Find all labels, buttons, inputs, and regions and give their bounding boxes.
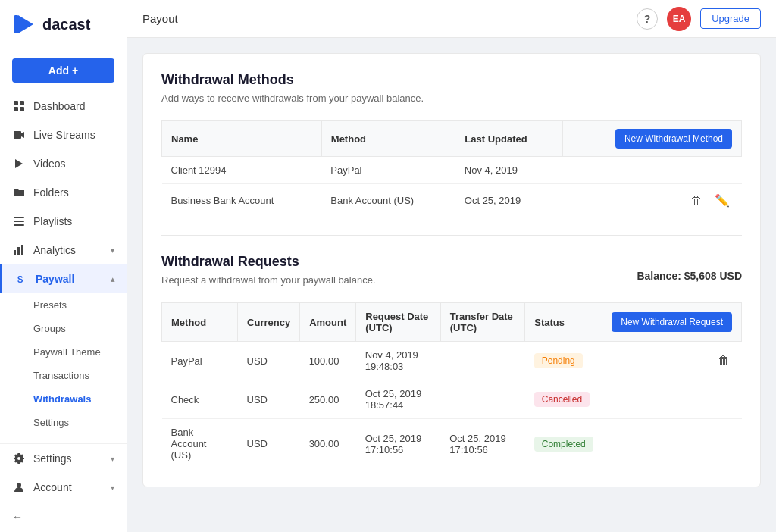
edit-button[interactable]: ✏️ xyxy=(712,192,733,209)
svg-marker-0 xyxy=(18,15,33,33)
row-actions: 🗑 xyxy=(602,342,742,380)
table-row: Business Bank Account Bank Account (US) … xyxy=(162,184,742,217)
chevron-down-icon: ▾ xyxy=(111,246,114,255)
page-title: Payout xyxy=(142,12,627,25)
cell-currency: USD xyxy=(238,419,300,469)
balance-text: Balance: $5,608 USD xyxy=(637,270,742,282)
req-col-currency: Currency xyxy=(238,303,300,342)
cell-method: PayPal xyxy=(321,157,455,184)
req-col-request-date: Request Date (UTC) xyxy=(356,303,440,342)
table-row: PayPal USD 100.00 Nov 4, 2019 19:48:03 P… xyxy=(162,342,742,380)
svg-rect-1 xyxy=(14,15,18,33)
subnav-withdrawals[interactable]: Withdrawals xyxy=(0,387,127,411)
nav-playlists-label: Playlists xyxy=(33,215,72,227)
req-col-actions: New Withdrawal Request xyxy=(602,303,742,342)
chevron-up-icon: ▴ xyxy=(111,275,114,283)
req-col-transfer-date: Transfer Date (UTC) xyxy=(440,303,524,342)
svg-rect-5 xyxy=(20,107,24,111)
paywall-submenu: Presets Groups Paywall Theme Transaction… xyxy=(0,293,127,434)
nav-settings[interactable]: Settings ▾ xyxy=(0,444,127,473)
cell-amount: 250.00 xyxy=(300,380,356,419)
cell-amount: 300.00 xyxy=(300,419,356,469)
col-last-updated: Last Updated xyxy=(455,121,563,157)
svg-rect-11 xyxy=(14,224,24,226)
gear-icon xyxy=(12,452,26,465)
nav-dashboard[interactable]: Dashboard xyxy=(0,92,127,120)
withdrawal-methods-section: Withdrawal Methods Add ways to receive w… xyxy=(161,72,742,217)
nav-analytics[interactable]: Analytics ▾ xyxy=(0,236,127,264)
table-row: Bank Account (US) USD 300.00 Oct 25, 201… xyxy=(162,419,742,469)
subnav-groups[interactable]: Groups xyxy=(0,317,127,340)
cell-method: Bank Account (US) xyxy=(162,419,238,469)
cell-status: Completed xyxy=(525,419,602,469)
req-col-status: Status xyxy=(525,303,602,342)
withdrawal-requests-title: Withdrawal Requests xyxy=(161,254,376,270)
nav-account[interactable]: Account ▾ xyxy=(0,473,127,502)
nav-paywall-label: Paywall xyxy=(36,273,74,285)
grid-icon xyxy=(12,99,26,113)
svg-rect-3 xyxy=(20,101,24,105)
nav-dashboard-label: Dashboard xyxy=(33,100,86,112)
topbar: Payout ? EA Upgrade xyxy=(127,0,776,38)
delete-button[interactable]: 🗑 xyxy=(715,352,733,369)
col-method: Method xyxy=(321,121,455,157)
subnav-transactions[interactable]: Transactions xyxy=(0,364,127,387)
status-badge: Completed xyxy=(534,437,593,452)
svg-rect-6 xyxy=(14,131,21,139)
new-withdrawal-request-button[interactable]: New Withdrawal Request xyxy=(612,312,732,332)
cell-currency: USD xyxy=(238,342,300,380)
row-actions: 🗑 ✏️ xyxy=(562,184,741,217)
delete-button[interactable]: 🗑 xyxy=(687,192,706,209)
col-actions: New Withdrawal Method xyxy=(562,121,741,157)
nav-videos[interactable]: Videos xyxy=(0,149,127,178)
section-divider xyxy=(161,235,742,236)
withdrawals-card: Withdrawal Methods Add ways to receive w… xyxy=(142,53,761,487)
folder-icon xyxy=(12,186,26,199)
svg-point-16 xyxy=(17,483,21,487)
help-button[interactable]: ? xyxy=(637,8,658,30)
cell-name: Business Bank Account xyxy=(162,184,322,217)
nav-settings-label: Settings xyxy=(33,452,72,465)
nav-live-streams-label: Live Streams xyxy=(33,129,95,141)
nav-videos-label: Videos xyxy=(33,158,66,170)
new-withdrawal-method-button[interactable]: New Withdrawal Method xyxy=(615,129,732,149)
svg-rect-10 xyxy=(14,221,24,222)
sidebar-collapse-button[interactable]: ← xyxy=(0,502,127,532)
nav-folders[interactable]: Folders xyxy=(0,178,127,207)
bar-chart-icon xyxy=(12,243,26,257)
cell-request-date: Oct 25, 2019 17:10:56 xyxy=(356,419,440,469)
svg-rect-12 xyxy=(14,250,16,255)
row-actions xyxy=(562,157,741,184)
col-name: Name xyxy=(162,121,322,157)
withdrawal-requests-header: Withdrawal Requests Request a withdrawal… xyxy=(161,254,742,298)
cell-last-updated: Nov 4, 2019 xyxy=(455,157,563,184)
withdrawal-methods-subtitle: Add ways to receive withdrawals from you… xyxy=(161,92,424,104)
logo-text: dacast xyxy=(42,16,90,33)
req-col-method: Method xyxy=(162,303,238,342)
subnav-presets[interactable]: Presets xyxy=(0,293,127,317)
subnav-settings[interactable]: Settings xyxy=(0,411,127,434)
withdrawal-requests-section: Withdrawal Requests Request a withdrawal… xyxy=(161,254,742,468)
row-actions xyxy=(602,419,742,469)
svg-marker-7 xyxy=(21,132,24,138)
cell-status: Pending xyxy=(525,342,602,380)
subnav-paywall-theme[interactable]: Paywall Theme xyxy=(0,340,127,364)
avatar: EA xyxy=(667,7,691,31)
cell-last-updated: Oct 25, 2019 xyxy=(455,184,563,217)
status-badge: Cancelled xyxy=(534,392,590,407)
dollar-icon: $ xyxy=(14,272,28,286)
add-button[interactable]: Add + xyxy=(12,58,114,83)
sidebar-bottom: Settings ▾ Account ▾ ← xyxy=(0,443,127,532)
nav-paywall[interactable]: $ Paywall ▴ xyxy=(0,264,127,293)
nav-live-streams[interactable]: Live Streams xyxy=(0,120,127,149)
list-icon xyxy=(12,214,26,228)
cell-transfer-date: Oct 25, 2019 17:10:56 xyxy=(440,419,524,469)
status-badge: Pending xyxy=(534,353,583,368)
chevron-down-icon: ▾ xyxy=(111,483,114,492)
nav-playlists[interactable]: Playlists xyxy=(0,207,127,236)
chevron-down-icon: ▾ xyxy=(111,455,114,463)
nav-account-label: Account xyxy=(33,481,72,493)
video-icon xyxy=(12,128,26,142)
table-header-row: Name Method Last Updated New Withdrawal … xyxy=(162,121,742,157)
upgrade-button[interactable]: Upgrade xyxy=(700,8,761,29)
